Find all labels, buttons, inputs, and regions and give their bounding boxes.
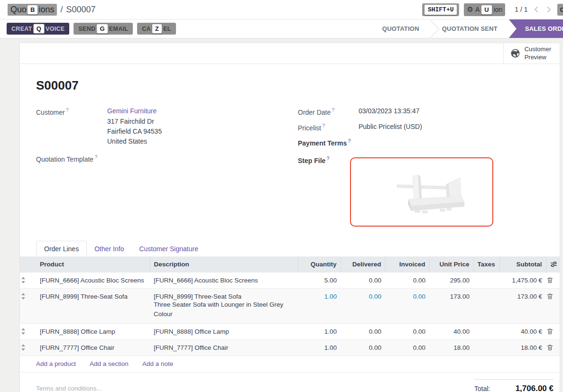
cell-description[interactable]: [FURN_8999] Three-Seat Sofa Three Seater… <box>150 288 298 323</box>
cell-quantity[interactable]: 5.00 <box>298 272 341 288</box>
cell-product[interactable]: [FURN_8888] Office Lamp <box>36 323 150 339</box>
help-marker: ? <box>332 107 334 113</box>
clipped-edge-button[interactable]: C <box>557 4 563 16</box>
top-navbar: Quo B ions / S00007 SHIFT+U ⚙ A U ion 1 … <box>0 0 563 19</box>
add-section-link[interactable]: Add a section <box>90 360 129 367</box>
cell-quantity[interactable]: 1.00 <box>298 339 341 356</box>
cell-taxes[interactable] <box>473 339 499 356</box>
cell-delivered[interactable]: 0.00 <box>341 339 385 356</box>
cell-product[interactable]: [FURN_6666] Acoustic Bloc Screens <box>36 272 150 288</box>
step-file-image-highlighted[interactable] <box>350 157 493 227</box>
terms-and-conditions-input[interactable]: Terms and conditions... <box>36 385 102 392</box>
cell-delivered[interactable]: 0.00 <box>341 323 385 339</box>
customer-label: Customer? <box>36 107 107 146</box>
cell-taxes[interactable] <box>473 272 499 288</box>
customer-link[interactable]: Gemini Furniture <box>107 107 157 115</box>
pager-next-button[interactable] <box>545 6 553 13</box>
payment-terms-label-text: Payment Terms <box>298 139 347 147</box>
create-invoice-label-post: VOICE <box>46 26 65 32</box>
table-row: [FURN_8888] Office Lamp [FURN_8888] Offi… <box>20 323 560 339</box>
status-step-sales-order[interactable]: SALES ORDER <box>509 19 563 38</box>
cell-description[interactable]: [FURN_8888] Office Lamp <box>150 323 298 339</box>
column-header-subtotal[interactable]: Subtotal <box>499 256 546 273</box>
tab-order-lines[interactable]: Order Lines <box>36 241 87 256</box>
trash-icon <box>547 277 553 283</box>
pricelist-label-text: Pricelist <box>298 124 321 131</box>
column-header-unit-price[interactable]: Unit Price <box>429 256 473 273</box>
shortcut-button[interactable]: SHIFT+U <box>422 3 460 16</box>
action-menu-button[interactable]: ⚙ A U ion <box>464 3 505 16</box>
trash-icon <box>547 293 553 300</box>
drag-handle[interactable] <box>20 323 36 339</box>
cell-invoiced[interactable]: 0.00 <box>385 323 429 339</box>
customer-preview-button[interactable]: Customer Preview <box>503 43 560 64</box>
pager-previous-button[interactable] <box>533 6 540 13</box>
breadcrumb-parent-quotations[interactable]: Quo B ions <box>8 4 57 16</box>
cell-invoiced[interactable]: 0.00 <box>385 272 429 288</box>
cell-subtotal: 40.00 € <box>499 323 546 339</box>
cell-product[interactable]: [FURN_7777] Office Chair <box>36 339 150 356</box>
cell-taxes[interactable] <box>473 288 499 323</box>
create-invoice-button[interactable]: CREAT Q VOICE <box>7 23 69 35</box>
hotkey-hint-shift-u: SHIFT+U <box>424 4 458 15</box>
tab-customer-signature[interactable]: Customer Signature <box>131 241 206 256</box>
cell-unit-price[interactable]: 18.00 <box>429 339 473 356</box>
drag-handle[interactable] <box>20 288 36 323</box>
column-header-invoiced[interactable]: Invoiced <box>385 256 429 273</box>
drag-handle[interactable] <box>20 272 36 288</box>
hotkey-hint-send-email: G <box>96 24 108 34</box>
cancel-button[interactable]: CA Z EL <box>137 23 175 35</box>
delete-row-button[interactable] <box>546 272 560 288</box>
sheet-footer: Terms and conditions... Total: 1,706.00 … <box>20 372 560 392</box>
column-header-quantity[interactable]: Quantity <box>298 256 341 273</box>
payment-terms-label: Payment Terms? <box>298 138 359 147</box>
sheet-button-box: Customer Preview <box>20 43 560 64</box>
send-email-button[interactable]: SEND G EMAIL <box>74 23 133 35</box>
customer-preview-line2: Preview <box>525 54 546 61</box>
column-header-taxes[interactable]: Taxes <box>473 256 499 273</box>
breadcrumb: Quo B ions / S00007 <box>8 4 96 16</box>
cell-subtotal: 1,475.00 € <box>499 272 546 288</box>
delete-row-button[interactable] <box>546 323 560 339</box>
notebook-tabs: Order Lines Other Info Customer Signatur… <box>36 241 544 256</box>
description-line-2: Three Seater Sofa with Lounger in Steel … <box>154 300 294 319</box>
cell-quantity[interactable]: 1.00 <box>298 288 341 323</box>
cell-unit-price[interactable]: 295.00 <box>429 272 473 288</box>
cell-invoiced[interactable]: 0.00 <box>385 339 429 356</box>
cell-unit-price[interactable]: 40.00 <box>429 323 473 339</box>
delete-row-button[interactable] <box>546 288 560 323</box>
column-header-description[interactable]: Description <box>150 256 298 273</box>
footer-links-cell: Add a product Add a section Add a note <box>36 356 560 372</box>
cell-description[interactable]: [FURN_7777] Office Chair <box>150 339 298 356</box>
customer-value: Gemini Furniture 317 Fairchild Dr Fairfi… <box>107 107 162 146</box>
status-step-quotation-sent[interactable]: QUOTATION SENT <box>431 19 509 38</box>
hotkey-hint-breadcrumb: B <box>27 5 38 15</box>
add-note-link[interactable]: Add a note <box>142 360 173 367</box>
table-row: [FURN_7777] Office Chair [FURN_7777] Off… <box>20 339 560 356</box>
hotkey-hint-create-invoice: Q <box>33 24 45 34</box>
cell-invoiced[interactable]: 0.00 <box>385 288 429 323</box>
cell-delivered[interactable]: 0.00 <box>341 288 385 323</box>
add-product-link[interactable]: Add a product <box>36 360 76 367</box>
cell-product[interactable]: [FURN_8999] Three-Seat Sofa <box>36 288 150 323</box>
quotation-template-label: Quotation Template? <box>36 154 107 163</box>
breadcrumb-separator: / <box>60 5 63 15</box>
total-line: Total: 1,706.00 € <box>474 384 554 392</box>
cell-taxes[interactable] <box>473 323 499 339</box>
pricelist-value[interactable]: Public Pricelist (USD) <box>359 123 422 132</box>
tab-other-info[interactable]: Other Info <box>87 241 131 256</box>
status-step-quotation[interactable]: QUOTATION <box>371 19 431 38</box>
order-date-value[interactable]: 03/03/2023 13:35:47 <box>359 107 419 116</box>
cell-quantity[interactable]: 1.00 <box>298 323 341 339</box>
cell-delivered[interactable]: 0.00 <box>341 272 385 288</box>
column-header-product[interactable]: Product <box>36 256 150 273</box>
cell-description[interactable]: [FURN_6666] Acoustic Bloc Screens <box>150 272 298 288</box>
page-title: S00007 <box>36 78 544 93</box>
column-header-delivered[interactable]: Delivered <box>341 256 385 273</box>
optional-columns-header[interactable] <box>546 256 560 273</box>
drag-handle[interactable] <box>20 339 36 356</box>
delete-row-button[interactable] <box>546 339 560 356</box>
form-sheet: Customer Preview S00007 Customer? Gemini… <box>19 43 560 392</box>
cell-unit-price[interactable]: 173.00 <box>429 288 473 323</box>
gear-icon: ⚙ <box>467 5 473 14</box>
